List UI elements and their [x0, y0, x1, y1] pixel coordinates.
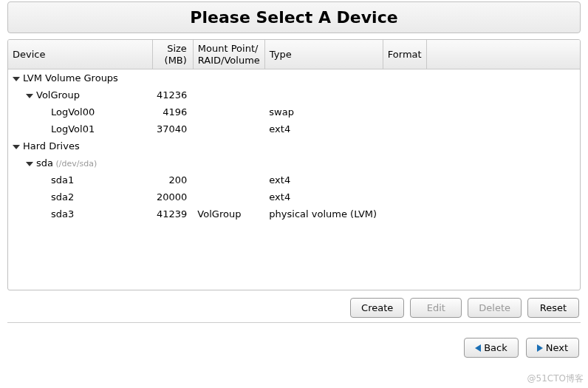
table-row[interactable]: sda220000ext4 — [8, 188, 580, 205]
back-button-label: Back — [484, 342, 507, 353]
expander-icon[interactable] — [13, 77, 20, 81]
cell-format — [383, 103, 426, 120]
next-button-label: Next — [546, 342, 568, 353]
cell-format — [383, 188, 426, 205]
table-row[interactable]: VolGroup41236 — [8, 86, 580, 103]
arrow-left-icon — [475, 344, 481, 352]
cell-type — [264, 137, 383, 154]
table-row[interactable]: LogVol004196swap — [8, 103, 580, 120]
cell-mount — [193, 69, 264, 87]
next-button[interactable]: Next — [526, 338, 579, 358]
delete-button: Delete — [468, 298, 522, 318]
device-table: Device Size (MB) Mount Point/ RAID/Volum… — [8, 40, 580, 222]
table-row[interactable]: LogVol0137040ext4 — [8, 120, 580, 137]
device-label: sda1 — [51, 174, 74, 186]
cell-extra — [426, 137, 580, 154]
cell-device: sda1 — [8, 171, 152, 188]
device-label: VolGroup — [36, 89, 80, 101]
table-row[interactable]: Hard Drives — [8, 137, 580, 154]
cell-size: 37040 — [152, 120, 193, 137]
col-header-mount[interactable]: Mount Point/ RAID/Volume — [193, 40, 264, 69]
cell-format — [383, 205, 426, 222]
cell-size: 20000 — [152, 188, 193, 205]
cell-format — [383, 69, 426, 87]
device-label: sda — [36, 157, 53, 169]
cell-mount — [193, 86, 264, 103]
table-row[interactable]: sda (/dev/sda) — [8, 154, 580, 171]
cell-type: swap — [264, 103, 383, 120]
cell-mount — [193, 154, 264, 171]
cell-extra — [426, 120, 580, 137]
device-table-container: Device Size (MB) Mount Point/ RAID/Volum… — [7, 39, 581, 290]
cell-device: Hard Drives — [8, 137, 152, 154]
cell-extra — [426, 103, 580, 120]
cell-size: 41236 — [152, 86, 193, 103]
expander-icon[interactable] — [26, 94, 33, 98]
nav-button-row: Back Next — [9, 329, 579, 358]
cell-mount — [193, 120, 264, 137]
table-row[interactable]: sda1200ext4 — [8, 171, 580, 188]
cell-device: LogVol00 — [8, 103, 152, 120]
expander-icon[interactable] — [13, 145, 20, 149]
cell-extra — [426, 154, 580, 171]
cell-type — [264, 86, 383, 103]
cell-device: LogVol01 — [8, 120, 152, 137]
col-header-extra — [426, 40, 580, 69]
col-header-size[interactable]: Size (MB) — [152, 40, 193, 69]
edit-button: Edit — [410, 298, 462, 318]
cell-size — [152, 154, 193, 171]
table-header-row: Device Size (MB) Mount Point/ RAID/Volum… — [8, 40, 580, 69]
cell-device: sda3 — [8, 205, 152, 222]
device-label: sda2 — [51, 191, 74, 202]
cell-type — [264, 154, 383, 171]
table-row[interactable]: LVM Volume Groups — [8, 69, 580, 87]
cell-mount — [193, 103, 264, 120]
cell-size: 4196 — [152, 103, 193, 120]
cell-device: LVM Volume Groups — [8, 69, 152, 87]
cell-format — [383, 171, 426, 188]
cell-type — [264, 69, 383, 87]
cell-extra — [426, 86, 580, 103]
cell-type: ext4 — [264, 171, 383, 188]
device-label: LVM Volume Groups — [23, 72, 118, 84]
cell-device: sda (/dev/sda) — [8, 154, 152, 171]
col-header-format[interactable]: Format — [383, 40, 426, 69]
cell-device: sda2 — [8, 188, 152, 205]
cell-mount — [193, 171, 264, 188]
divider — [7, 322, 581, 323]
cell-format — [383, 86, 426, 103]
cell-extra — [426, 205, 580, 222]
page-title: Please Select A Device — [14, 8, 574, 27]
cell-format — [383, 154, 426, 171]
cell-size: 200 — [152, 171, 193, 188]
col-header-device[interactable]: Device — [8, 40, 152, 69]
col-header-type[interactable]: Type — [264, 40, 383, 69]
device-label: LogVol00 — [51, 106, 95, 118]
create-button[interactable]: Create — [350, 298, 404, 318]
cell-type: ext4 — [264, 120, 383, 137]
reset-button[interactable]: Reset — [527, 298, 579, 318]
cell-mount: VolGroup — [193, 205, 264, 222]
cell-extra — [426, 171, 580, 188]
cell-format — [383, 137, 426, 154]
cell-type: physical volume (LVM) — [264, 205, 383, 222]
cell-type: ext4 — [264, 188, 383, 205]
device-path: (/dev/sda) — [53, 159, 97, 169]
cell-mount — [193, 188, 264, 205]
action-button-row: Create Edit Delete Reset — [9, 298, 579, 318]
title-bar: Please Select A Device — [7, 1, 581, 33]
cell-extra — [426, 69, 580, 87]
expander-icon[interactable] — [26, 162, 33, 166]
back-button[interactable]: Back — [464, 338, 519, 358]
cell-device: VolGroup — [8, 86, 152, 103]
device-label: Hard Drives — [23, 140, 80, 152]
watermark: @51CTO博客 — [527, 372, 584, 385]
cell-extra — [426, 188, 580, 205]
cell-size — [152, 69, 193, 87]
table-row[interactable]: sda341239VolGroupphysical volume (LVM) — [8, 205, 580, 222]
cell-format — [383, 120, 426, 137]
cell-size: 41239 — [152, 205, 193, 222]
arrow-right-icon — [537, 344, 543, 352]
cell-mount — [193, 137, 264, 154]
cell-size — [152, 137, 193, 154]
